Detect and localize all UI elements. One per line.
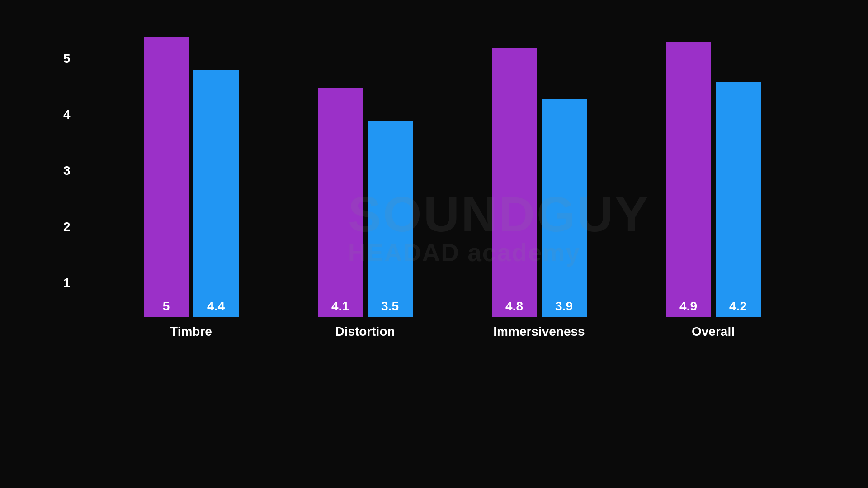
bars-pair-1: 4.13.5 bbox=[318, 88, 413, 317]
purple-bar-value-3: 4.9 bbox=[679, 299, 697, 314]
bars-pair-0: 54.4 bbox=[144, 37, 239, 317]
blue-bar-0: 4.4 bbox=[193, 70, 239, 317]
purple-bar-fill-1: 4.1 bbox=[318, 88, 363, 317]
purple-bar-fill-3: 4.9 bbox=[666, 42, 711, 317]
bar-group-immersiveness: 4.83.9Immersiveness bbox=[492, 48, 587, 339]
y-axis-label-1: 1 bbox=[63, 276, 71, 290]
chart-area: SOUNDGUY HEADAD academy 12345 54.4Timbre… bbox=[59, 59, 818, 393]
blue-bar-fill-3: 4.2 bbox=[716, 82, 761, 317]
blue-bar-2: 3.9 bbox=[542, 99, 587, 317]
purple-bar-0: 5 bbox=[144, 37, 189, 317]
bars-area: 54.4Timbre4.13.5Distortion4.83.9Immersiv… bbox=[86, 59, 818, 339]
bars-pair-3: 4.94.2 bbox=[666, 42, 761, 317]
purple-bar-3: 4.9 bbox=[666, 42, 711, 317]
blue-bar-fill-0: 4.4 bbox=[193, 70, 239, 317]
purple-bar-value-2: 4.8 bbox=[505, 299, 523, 314]
blue-bar-value-2: 3.9 bbox=[555, 299, 573, 314]
purple-bar-fill-0: 5 bbox=[144, 37, 189, 317]
bar-group-timbre: 54.4Timbre bbox=[144, 37, 239, 339]
y-axis-label-3: 3 bbox=[63, 164, 71, 178]
blue-bar-fill-2: 3.9 bbox=[542, 99, 587, 317]
blue-bar-3: 4.2 bbox=[716, 82, 761, 317]
bar-group-label-0: Timbre bbox=[170, 324, 212, 339]
y-axis-label-2: 2 bbox=[63, 220, 71, 234]
blue-bar-value-1: 3.5 bbox=[381, 299, 399, 314]
blue-bar-fill-1: 3.5 bbox=[368, 121, 413, 317]
y-axis-label-4: 4 bbox=[63, 108, 71, 122]
purple-bar-2: 4.8 bbox=[492, 48, 537, 317]
purple-bar-value-1: 4.1 bbox=[331, 299, 349, 314]
chart-container: SOUNDGUY HEADAD academy 12345 54.4Timbre… bbox=[23, 23, 845, 465]
bar-group-label-3: Overall bbox=[692, 324, 735, 339]
bar-group-overall: 4.94.2Overall bbox=[666, 42, 761, 339]
purple-bar-1: 4.1 bbox=[318, 88, 363, 317]
y-axis-label-5: 5 bbox=[63, 52, 71, 66]
bars-pair-2: 4.83.9 bbox=[492, 48, 587, 317]
purple-bar-value-0: 5 bbox=[163, 299, 170, 314]
blue-bar-value-0: 4.4 bbox=[207, 299, 225, 314]
bar-group-label-2: Immersiveness bbox=[493, 324, 585, 339]
bar-group-label-1: Distortion bbox=[335, 324, 395, 339]
blue-bar-1: 3.5 bbox=[368, 121, 413, 317]
bar-group-distortion: 4.13.5Distortion bbox=[318, 88, 413, 339]
purple-bar-fill-2: 4.8 bbox=[492, 48, 537, 317]
blue-bar-value-3: 4.2 bbox=[729, 299, 747, 314]
